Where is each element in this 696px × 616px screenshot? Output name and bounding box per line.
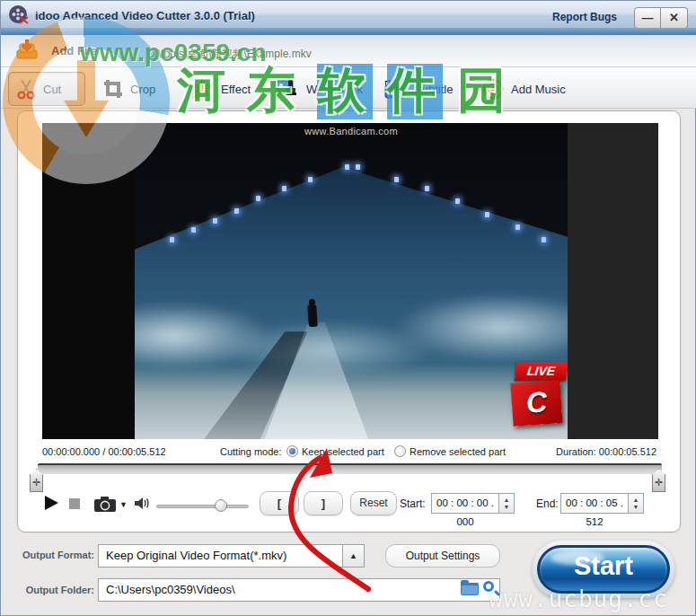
stage-light [485, 212, 489, 217]
live-badge: LIVE [515, 362, 568, 381]
tab-subtitle[interactable]: ST Subtitle [376, 72, 460, 106]
tab-add-music-label: Add Music [511, 83, 566, 96]
add-file-icon[interactable] [15, 38, 42, 63]
radio-keep-selected-part[interactable] [286, 445, 298, 457]
trim-handle-glyph: ✛ [32, 477, 40, 488]
speaker-icon[interactable] [135, 497, 151, 510]
stage-light [170, 237, 174, 242]
tab-effect[interactable]: Effect [183, 72, 258, 106]
app-window: idoo Advanced Video Cutter 3.0.0 (Trial)… [0, 0, 696, 616]
stage-light [455, 198, 460, 204]
start-time-spinner[interactable]: ▲ ▼ [499, 493, 515, 514]
start-convert-button[interactable]: Start [533, 541, 674, 598]
stop-button[interactable] [69, 498, 80, 509]
output-folder-input[interactable]: C:\Users\pc0359\Videos\ [98, 578, 500, 602]
output-format-dropdown-button[interactable]: ▲ [342, 544, 365, 568]
play-button[interactable] [45, 496, 58, 510]
stage-light [256, 196, 260, 201]
stage-light [425, 186, 429, 191]
clapper-st-icon: ST [383, 78, 407, 100]
tab-add-music[interactable]: Add Music [475, 72, 573, 106]
spinner-down-icon[interactable]: ▼ [499, 504, 514, 510]
file-bar [1, 35, 696, 67]
reset-button[interactable]: Reset [350, 491, 397, 515]
open-folder-search-icon[interactable] [483, 581, 494, 592]
end-time-spinner[interactable]: ▲ ▼ [629, 493, 644, 514]
minimize-button[interactable]: — [634, 7, 661, 29]
stamp-icon [276, 78, 299, 100]
volume-slider-thumb[interactable] [215, 499, 227, 512]
crop-icon [103, 79, 123, 99]
stars-icon [190, 78, 214, 100]
spinner-up-icon[interactable]: ▲ [499, 497, 514, 503]
channel-logo: C [510, 380, 562, 427]
start-time-input[interactable]: 00 : 00 : 00 . 000 [431, 493, 499, 514]
stage-light [345, 164, 349, 170]
stage-light [213, 218, 217, 224]
end-time-input[interactable]: 00 : 00 : 05 . 512 [560, 493, 629, 514]
bandicam-watermark-text: www.Bandicam.com [304, 126, 398, 136]
spinner-up-icon[interactable]: ▲ [629, 497, 643, 503]
tab-subtitle-label: Subtitle [414, 83, 453, 96]
video-frame: www.Bandicam.com LIVE C [135, 123, 568, 439]
keep-selected-part-label[interactable]: Keep selected part [302, 446, 384, 457]
start-button-label: Start [533, 551, 674, 581]
start-time-label: Start: [400, 497, 426, 510]
titlebar-accent-band [1, 28, 696, 35]
tab-watermark[interactable]: WaterMark [269, 72, 370, 106]
duration-label: Duration: 00:00:05.512 [556, 446, 656, 457]
set-start-bracket-button[interactable]: [ [260, 491, 299, 515]
stage-light [394, 177, 399, 182]
tab-cut-label: Cut [43, 83, 61, 96]
set-end-bracket-button[interactable]: ] [304, 491, 343, 515]
trim-handle-glyph: ✛ [655, 477, 663, 488]
stage-light [308, 177, 313, 182]
playback-time: 00:00:00.000 / 00:00:05.512 [42, 446, 166, 457]
camera-dropdown-arrow[interactable]: ▼ [119, 500, 128, 509]
performer-silhouette [307, 304, 318, 328]
tab-crop[interactable]: Crop [96, 72, 163, 106]
app-icon [8, 4, 30, 26]
stage-light [191, 227, 196, 233]
title-bar: idoo Advanced Video Cutter 3.0.0 (Trial)… [1, 1, 696, 28]
scissors-icon [16, 78, 36, 100]
main-panel: www.Bandicam.com LIVE C 00:00:00.000 / 0… [17, 110, 681, 532]
stage-light [542, 237, 546, 242]
window-title: idoo Advanced Video Cutter 3.0.0 (Trial) [35, 9, 255, 22]
output-format-label: Output Format: [17, 550, 94, 560]
loaded-file-path: D:\tools\桌面\新视频\Example.mkv [147, 47, 312, 62]
radio-remove-selected-part[interactable] [394, 445, 406, 457]
cutting-mode-label: Cutting mode: [220, 446, 281, 457]
svg-text:ST: ST [389, 88, 400, 97]
tab-cut[interactable]: Cut [8, 72, 85, 106]
tab-crop-label: Crop [130, 83, 155, 96]
close-button[interactable]: ✕ [661, 7, 688, 29]
remove-selected-part-label[interactable]: Remove selected part [410, 446, 506, 457]
tab-effect-label: Effect [221, 83, 251, 96]
stage-light [282, 186, 286, 191]
add-file-button[interactable]: Add File [51, 44, 97, 57]
timeline-track[interactable] [38, 463, 662, 474]
output-format-combobox[interactable]: Keep Original Video Format(*.mkv) [98, 544, 343, 568]
tab-watermark-label: WaterMark [306, 83, 363, 96]
stage-light [515, 224, 520, 230]
output-folder-label: Output Folder: [17, 585, 94, 595]
end-time-label: End: [536, 497, 559, 510]
snapshot-camera-icon[interactable] [94, 497, 116, 512]
speaker-ring-icon [482, 78, 504, 100]
output-settings-button[interactable]: Output Settings [385, 544, 500, 568]
stage-light [356, 164, 360, 170]
browse-folder-icon[interactable] [461, 583, 479, 595]
volume-slider-track[interactable] [156, 505, 249, 508]
letterbox-right [568, 123, 658, 439]
video-viewport: www.Bandicam.com LIVE C [42, 123, 658, 439]
report-bugs-link[interactable]: Report Bugs [552, 11, 617, 23]
stage-light [234, 208, 239, 214]
spinner-down-icon[interactable]: ▼ [629, 504, 643, 510]
